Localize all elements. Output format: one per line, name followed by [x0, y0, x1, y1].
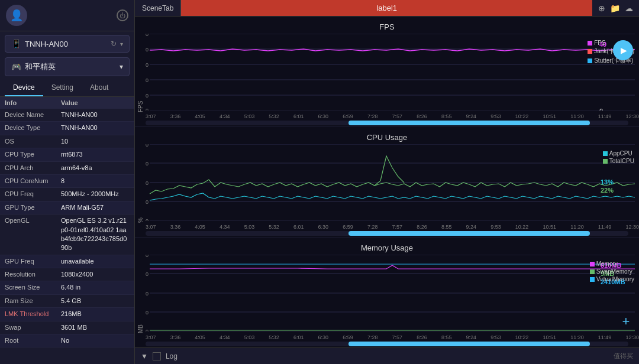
memory-chart-title: Memory Usage — [135, 243, 639, 252]
svg-text:13%: 13% — [601, 178, 614, 186]
log-checkbox[interactable] — [153, 352, 161, 360]
log-label: Log — [166, 352, 178, 360]
cpu-legend: AppCPU TotalCPU — [603, 150, 634, 164]
memory-svg: 1,000 750 500 250 0 810MB — [146, 255, 639, 332]
tab-setting[interactable]: Setting — [43, 80, 82, 96]
refresh-icon[interactable]: ↻ — [111, 40, 117, 48]
folder-icon[interactable]: 📁 — [610, 4, 620, 13]
fps-scrollbar[interactable] — [146, 121, 628, 125]
cpu-svg-wrap: 40 30 20 10 0 13% 22% — [146, 144, 639, 223]
info-table-header: Info Value — [0, 97, 134, 109]
info-row-label: OpenGL — [5, 216, 61, 224]
top-bar: SceneTab label1 ⊕ 📁 ☁ — [135, 0, 639, 17]
power-icon[interactable]: ⏻ — [117, 9, 128, 21]
fps-legend-fps-dot — [588, 41, 592, 46]
svg-text:30: 30 — [146, 62, 149, 68]
info-row: CPU Typemt6873 — [0, 148, 134, 161]
info-row-value: 6.48 in — [61, 283, 80, 292]
info-row: Device TypeTNNH-AN00 — [0, 122, 134, 135]
info-row-label: Swap — [5, 323, 61, 331]
svg-text:20: 20 — [146, 180, 149, 186]
memory-legend-swap-dot — [590, 269, 595, 274]
fps-chart-title: FPS — [135, 22, 639, 31]
cpu-legend-total: TotalCPU — [603, 158, 634, 164]
tab-device[interactable]: Device — [5, 80, 43, 96]
info-row-value: OpenGL ES 3.2 v1.r21p0-01rel0.4f10a02 1a… — [61, 216, 130, 253]
main-content: SceneTab label1 ⊕ 📁 ☁ FPS FPS — [135, 0, 639, 364]
info-row: CPU Freq500MHz - 2000MHz — [0, 188, 134, 201]
info-row-label: Device Type — [5, 124, 61, 131]
info-row-value: mt6873 — [61, 150, 83, 159]
cpu-chart-inner: 40 30 20 10 0 13% 22% — [146, 144, 639, 223]
info-row-label: Device Name — [5, 110, 61, 118]
info-row-value: 500MHz - 2000MHz — [61, 190, 119, 199]
avatar: 👤 — [6, 5, 27, 26]
memory-chart-inner: 1,000 750 500 250 0 810MB — [146, 255, 639, 333]
cpu-legend-app: AppCPU — [603, 150, 634, 157]
add-chart-button[interactable]: + — [618, 313, 634, 330]
memory-legend-mem-label: Memory — [596, 261, 618, 267]
memory-chart-container: MB 1,000 750 500 250 0 — [135, 255, 639, 333]
info-row-value: 216MB — [61, 310, 82, 318]
memory-legend-virtual-dot — [590, 277, 595, 282]
memory-scrollbar-thumb[interactable] — [348, 342, 590, 346]
cpu-chart-title: CPU Usage — [135, 133, 639, 142]
fps-scrollbar-thumb[interactable] — [348, 121, 590, 125]
fps-chart-inner: 50 40 30 20 10 0 40 0 — [146, 34, 639, 112]
app-icon: 🎮 — [11, 62, 21, 72]
info-row-label: CPU Freq — [5, 190, 61, 197]
info-row-value: TNNH-AN00 — [61, 110, 98, 119]
info-row: GPU Frequnavailable — [0, 255, 134, 268]
fps-x-labels: 3:073:364:054:345:035:326:016:306:597:28… — [135, 112, 639, 119]
info-row-label: Root — [5, 336, 61, 344]
info-row: OpenGLOpenGL ES 3.2 v1.r21p0-01rel0.4f10… — [0, 214, 134, 255]
cloud-icon[interactable]: ☁ — [625, 4, 633, 13]
tab-about[interactable]: About — [82, 80, 117, 96]
cpu-legend-app-label: AppCPU — [609, 150, 632, 157]
info-row-value: No — [61, 336, 69, 345]
svg-text:500: 500 — [146, 291, 149, 297]
sidebar: 👤 ⏻ 📱 TNNH-AN00 ↻ ▾ 🎮 和平精英 ▾ Device Sett… — [0, 0, 135, 364]
svg-text:0: 0 — [146, 108, 149, 110]
info-row-label: GPU Type — [5, 203, 61, 211]
memory-scrollbar[interactable] — [146, 342, 628, 346]
app-chevron-icon: ▾ — [120, 63, 123, 71]
fps-chart-container: FPS 50 40 — [135, 34, 639, 112]
memory-legend-mem-dot — [590, 262, 595, 266]
info-row-value: 1080x2400 — [61, 270, 93, 279]
cpu-legend-total-dot — [603, 159, 608, 164]
fps-legend-fps-label: FPS — [594, 40, 605, 46]
svg-text:50: 50 — [146, 34, 149, 37]
device-icon: 📱 — [11, 39, 21, 48]
info-row-label: Resolution — [5, 270, 61, 278]
memory-legend: Memory SwapMemory VirtualMemory — [590, 261, 634, 282]
cpu-scrollbar-thumb[interactable] — [348, 231, 590, 236]
info-row-label: GPU Freq — [5, 257, 61, 265]
fps-legend-stutter-dot — [588, 58, 592, 63]
fps-legend-jank-dot — [588, 49, 592, 54]
cpu-y-label: % — [135, 144, 146, 223]
info-row-value: unavailable — [61, 257, 94, 266]
app-selector[interactable]: 🎮 和平精英 ▾ — [5, 57, 130, 76]
device-selector[interactable]: 📱 TNNH-AN00 ↻ ▾ — [5, 35, 130, 53]
info-row-label: LMK Threshold — [5, 310, 61, 317]
info-table: Device NameTNNH-AN00Device TypeTNNH-AN00… — [0, 109, 134, 364]
memory-legend-virtual: VirtualMemory — [590, 276, 634, 282]
memory-legend-swap-label: SwapMemory — [596, 268, 632, 275]
scene-tab-label[interactable]: SceneTab — [135, 0, 181, 16]
svg-text:750: 750 — [146, 271, 149, 277]
bottom-bar: ▼ Log 值得买 — [135, 347, 639, 364]
memory-svg-wrap: 1,000 750 500 250 0 810MB — [146, 255, 639, 333]
location-icon[interactable]: ⊕ — [598, 4, 605, 13]
cpu-chart-section: CPU Usage % 40 30 20 — [135, 127, 639, 238]
play-button[interactable] — [613, 40, 633, 60]
cpu-scrollbar[interactable] — [146, 231, 628, 236]
bottom-arrow-icon[interactable]: ▼ — [141, 352, 148, 360]
info-row: GPU TypeARM Mali-G57 — [0, 202, 134, 214]
top-bar-title: label1 — [181, 0, 592, 16]
info-row: Ram Size5.4 GB — [0, 295, 134, 308]
top-bar-icons: ⊕ 📁 ☁ — [592, 4, 639, 13]
memory-legend-swap: SwapMemory — [590, 268, 634, 275]
svg-text:0: 0 — [146, 329, 149, 332]
info-row-value: 3601 MB — [61, 323, 87, 332]
